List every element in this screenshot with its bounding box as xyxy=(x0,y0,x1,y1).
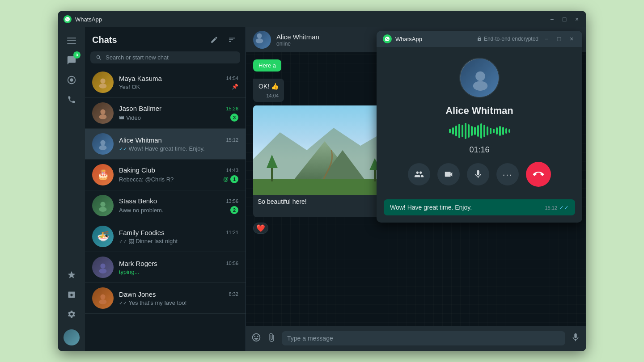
chat-preview-alice: ✓✓ Wow! Have great time. Enjoy. xyxy=(119,145,205,152)
nav-settings[interactable] xyxy=(64,306,80,322)
emoji-btn[interactable] xyxy=(251,333,261,345)
chat-area: Alice Whitman online xyxy=(246,27,586,351)
chat-time-baking: 14:43 xyxy=(226,168,238,173)
app-window: WhatsApp − □ × 3 xyxy=(58,11,586,351)
close-btn[interactable]: × xyxy=(573,16,580,23)
encryption-label: End-to-end endcrypted xyxy=(477,36,538,42)
nav-status[interactable] xyxy=(64,72,80,88)
end-call-btn[interactable] xyxy=(526,162,551,187)
minimize-btn[interactable]: − xyxy=(548,16,555,23)
call-maximize-btn[interactable]: □ xyxy=(555,34,564,43)
chat-item-dawn[interactable]: Dawn Jones 8:32 ✓✓ Yes that's my fave to… xyxy=(85,283,246,314)
chat-name-mark: Mark Rogers xyxy=(119,260,157,267)
call-close-btn[interactable]: × xyxy=(567,34,576,43)
badge-stasa: 2 xyxy=(230,206,238,214)
maximize-btn[interactable]: □ xyxy=(561,16,568,23)
chat-item-baking[interactable]: 🎂 Baking Club 14:43 Rebecca: @Chris R? @… xyxy=(85,160,246,190)
svg-point-8 xyxy=(99,114,107,119)
chat-header-avatar[interactable] xyxy=(253,31,271,49)
svg-point-7 xyxy=(100,109,105,114)
mountain-image xyxy=(253,105,396,195)
new-chat-btn[interactable] xyxy=(208,34,220,46)
chat-info-jason: Jason Ballmer 15:26 Video 3 xyxy=(119,105,238,122)
badge-baking: 1 xyxy=(230,175,238,183)
chat-time-maya: 14:54 xyxy=(226,76,238,81)
svg-point-16 xyxy=(99,299,107,304)
avatar-baking: 🎂 xyxy=(92,164,114,185)
chat-name-baking: Baking Club xyxy=(119,166,155,174)
call-msg-time: 15:12 xyxy=(545,205,557,210)
svg-rect-0 xyxy=(67,38,76,38)
title-bar: WhatsApp − □ × xyxy=(58,11,586,27)
svg-point-10 xyxy=(99,145,107,150)
message-ok: OK! 👍 14:04 xyxy=(253,79,284,102)
nav-calls[interactable] xyxy=(64,92,80,108)
nav-starred[interactable] xyxy=(64,267,80,283)
svg-point-14 xyxy=(99,269,107,274)
avatar-jason xyxy=(92,102,114,124)
chats-badge: 3 xyxy=(73,51,80,59)
svg-rect-26 xyxy=(374,170,376,181)
svg-point-15 xyxy=(100,295,105,299)
more-options-btn[interactable]: ··· xyxy=(496,163,519,185)
mute-btn[interactable] xyxy=(467,163,489,185)
user-avatar[interactable] xyxy=(64,329,80,345)
pin-icon-maya: 📌 xyxy=(232,84,238,90)
svg-point-18 xyxy=(256,38,263,43)
call-minimize-btn[interactable]: − xyxy=(542,34,551,43)
message-ok-text: OK! 👍 xyxy=(258,82,279,91)
avatar-stasa xyxy=(92,195,114,216)
chat-info-stasa: Stasa Benko 13:56 Aww no problem. 2 xyxy=(119,197,238,214)
search-icon xyxy=(96,55,102,61)
filter-btn[interactable] xyxy=(226,34,238,46)
chat-item-mark[interactable]: Mark Rogers 10:56 typing... xyxy=(85,252,246,283)
nav-archived[interactable] xyxy=(64,286,80,303)
chat-item-jason[interactable]: Jason Ballmer 15:26 Video 3 xyxy=(85,98,246,129)
chat-name-dawn: Dawn Jones xyxy=(119,290,156,298)
nav-chats[interactable]: 3 xyxy=(64,52,80,68)
call-window-controls: − □ × xyxy=(542,34,576,43)
chat-time-stasa: 13:56 xyxy=(226,198,238,204)
chat-item-alice[interactable]: Alice Whitman 15:12 ✓✓ Wow! Have great t… xyxy=(85,129,246,160)
svg-point-28 xyxy=(475,72,485,81)
message-input[interactable] xyxy=(282,331,565,345)
call-contact-name: Alice Whitman xyxy=(445,105,513,117)
call-message-preview: Wow! Have great time. Enjoy. 15:12 ✓✓ xyxy=(384,199,575,215)
attach-btn[interactable] xyxy=(267,333,276,345)
chat-preview-family: ✓✓ 🖼 Dinner last night xyxy=(119,238,178,244)
chat-item-stasa[interactable]: Stasa Benko 13:56 Aww no problem. 2 xyxy=(85,190,246,221)
call-msg-text: Wow! Have great time. Enjoy. xyxy=(390,204,472,211)
chats-title: Chats xyxy=(92,35,117,45)
call-content: Alice Whitman xyxy=(377,47,582,199)
chat-info-alice: Alice Whitman 15:12 ✓✓ Wow! Have great t… xyxy=(119,136,238,152)
call-avatar xyxy=(459,58,500,98)
svg-point-13 xyxy=(100,264,105,269)
app-body: 3 Chats xyxy=(58,27,586,351)
partial-message: Here a xyxy=(253,59,281,72)
svg-rect-1 xyxy=(67,40,76,41)
chat-preview-jason: Video xyxy=(119,114,141,121)
chat-item-family[interactable]: 🍜 Family Foodies 11:21 ✓✓ 🖼 Dinner last … xyxy=(85,221,246,252)
participants-btn[interactable] xyxy=(408,163,430,185)
chat-item-maya[interactable]: Maya Kasuma 14:54 Yes! OK 📌 xyxy=(85,67,246,98)
chat-name-maya: Maya Kasuma xyxy=(119,75,162,82)
search-input[interactable] xyxy=(106,54,235,61)
voice-msg-btn[interactable] xyxy=(571,333,580,345)
chat-name-alice: Alice Whitman xyxy=(119,136,162,144)
message-input-bar xyxy=(246,326,586,351)
video-toggle-btn[interactable] xyxy=(437,163,460,185)
chat-list-header: Chats xyxy=(85,27,246,50)
chat-time-jason: 15:26 xyxy=(226,106,238,111)
call-buttons: ··· xyxy=(408,162,551,187)
chat-info-dawn: Dawn Jones 8:32 ✓✓ Yes that's my fave to… xyxy=(119,290,238,306)
chat-info-family: Family Foodies 11:21 ✓✓ 🖼 Dinner last ni… xyxy=(119,229,238,244)
chat-time-mark: 10:56 xyxy=(226,261,238,266)
svg-point-4 xyxy=(70,78,73,81)
svg-point-11 xyxy=(100,202,105,207)
chat-name-jason: Jason Ballmer xyxy=(119,105,161,112)
chat-name-stasa: Stasa Benko xyxy=(119,197,157,205)
message-ok-time: 14:04 xyxy=(266,93,279,98)
nav-menu[interactable] xyxy=(64,33,80,49)
chat-preview-baking: Rebecca: @Chris R? xyxy=(119,176,174,183)
chat-preview-stasa: Aww no problem. xyxy=(119,207,163,214)
